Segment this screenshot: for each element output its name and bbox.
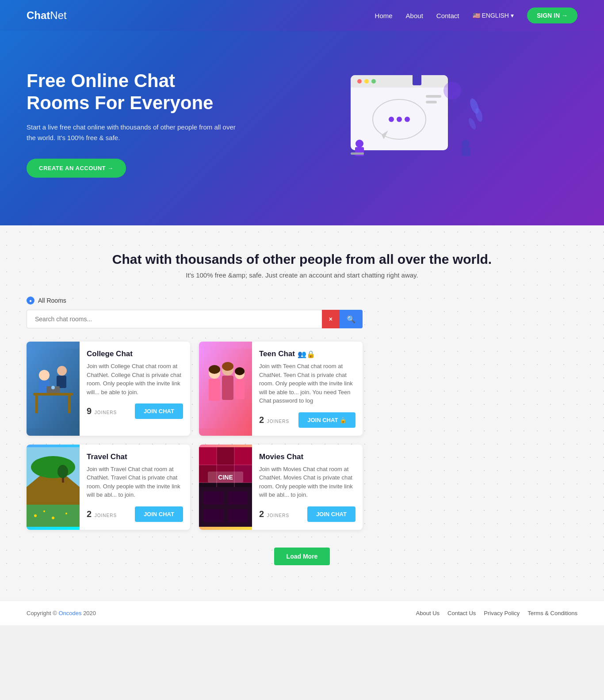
svg-point-52	[43, 510, 45, 512]
room-card-body: College Chat Join with College Chat chat…	[27, 342, 190, 436]
room-image-travel	[27, 445, 80, 530]
svg-rect-40	[235, 379, 245, 399]
svg-rect-71	[228, 491, 248, 505]
svg-rect-18	[351, 152, 364, 155]
room-desc-movies: Join with Movies Chat chat room at ChatN…	[259, 465, 356, 499]
room-desc-teen: Join with Teen Chat chat room at ChatNet…	[259, 362, 356, 405]
logo-bold: Chat	[27, 9, 50, 21]
create-account-button[interactable]: CREATE AN ACCOUNT →	[27, 159, 126, 178]
svg-rect-12	[426, 101, 437, 103]
room-footer-college: 9 JOINERS JOIN CHAT	[87, 403, 183, 419]
svg-point-41	[209, 365, 220, 374]
join-chat-movies-button[interactable]: JOIN CHAT	[307, 506, 356, 522]
svg-point-33	[51, 386, 55, 389]
svg-point-4	[364, 79, 369, 84]
svg-rect-29	[33, 393, 73, 396]
svg-point-27	[57, 366, 67, 376]
svg-point-50	[57, 465, 68, 478]
joiners-travel: 2 JOINERS	[87, 509, 117, 519]
search-button[interactable]: 🔍	[340, 310, 363, 328]
room-footer-teen: 2 JOINERS JOIN CHAT 🔒	[259, 412, 356, 428]
room-card-teen: Teen Chat 👥🔒 Join with Teen Chat chat ro…	[199, 342, 363, 436]
footer-links: About Us Contact Us Privacy Policy Terms…	[416, 610, 577, 616]
logo-light: Net	[50, 9, 66, 21]
room-info-movies: Movies Chat Join with Movies Chat chat r…	[252, 445, 363, 530]
load-more-container: Load More	[27, 548, 577, 565]
join-chat-travel-button[interactable]: JOIN CHAT	[135, 506, 183, 522]
room-title-teen: Teen Chat 👥🔒	[259, 350, 356, 358]
flag-icon: 🇺🇸	[473, 12, 480, 19]
svg-rect-15	[413, 74, 421, 85]
svg-point-23	[467, 117, 478, 130]
svg-rect-30	[35, 396, 38, 413]
load-more-button[interactable]: Load More	[274, 548, 330, 565]
room-card-college: College Chat Join with College Chat chat…	[27, 342, 190, 436]
svg-rect-58	[217, 447, 234, 465]
room-image-teen	[199, 342, 252, 436]
join-chat-teen-button[interactable]: JOIN CHAT 🔒	[298, 412, 356, 428]
all-rooms-text: All Rooms	[38, 297, 66, 304]
room-title-travel: Travel Chat	[87, 453, 183, 461]
room-card-body-travel: Travel Chat Join with Travel Chat chat r…	[27, 445, 190, 530]
chevron-down-icon: ▾	[511, 12, 514, 19]
room-card-body-teen: Teen Chat 👥🔒 Join with Teen Chat chat ro…	[199, 342, 363, 436]
search-input[interactable]	[27, 310, 322, 328]
footer: Copyright © Oncodes 2020 About Us Contac…	[0, 601, 604, 625]
hero-description: Start a live free chat online with thous…	[27, 122, 239, 143]
joiners-movies: 2 JOINERS	[259, 509, 289, 519]
room-info-college: College Chat Join with College Chat chat…	[80, 342, 190, 436]
nav-contact[interactable]: Contact	[436, 12, 459, 19]
svg-point-53	[52, 517, 54, 519]
search-container: × 🔍	[27, 310, 363, 328]
svg-point-9	[405, 117, 410, 122]
nav-about[interactable]: About	[406, 12, 423, 19]
svg-rect-20	[461, 147, 470, 156]
svg-point-5	[371, 79, 376, 84]
svg-rect-72	[203, 509, 223, 522]
sign-in-button[interactable]: SIGN IN →	[527, 8, 577, 23]
language-label: ENGLISH	[482, 12, 509, 19]
rooms-grid: College Chat Join with College Chat chat…	[27, 342, 363, 530]
svg-point-25	[39, 370, 50, 380]
hero-svg-illustration	[324, 62, 492, 186]
room-image-movies: CINE	[199, 445, 252, 530]
all-rooms-label: ● All Rooms	[27, 297, 577, 304]
joiners-teen: 2 JOINERS	[259, 415, 289, 425]
footer-about-us[interactable]: About Us	[416, 610, 440, 616]
room-title-movies: Movies Chat	[259, 453, 356, 461]
section-subtitle: It's 100% free &amp; safe. Just create a…	[27, 271, 577, 279]
hero-illustration	[239, 57, 577, 190]
svg-point-47	[31, 456, 75, 478]
room-title-college: College Chat	[87, 350, 183, 358]
room-image-college	[27, 342, 80, 436]
svg-point-16	[356, 140, 363, 148]
svg-rect-28	[57, 376, 66, 388]
all-rooms-icon: ●	[27, 297, 34, 304]
search-clear-button[interactable]: ×	[322, 310, 340, 328]
svg-text:CINE: CINE	[218, 474, 233, 481]
room-card-movies: CINE Movies Chat Join with Movies Ch	[199, 445, 363, 530]
logo: ChatNet	[27, 9, 375, 22]
main-nav: Home About Contact 🇺🇸 ENGLISH ▾ SIGN IN …	[375, 8, 577, 23]
room-info-travel: Travel Chat Join with Travel Chat chat r…	[80, 445, 190, 530]
room-info-teen: Teen Chat 👥🔒 Join with Teen Chat chat ro…	[252, 342, 363, 436]
svg-rect-36	[209, 379, 220, 401]
section-title: Chat with thousands of other people from…	[27, 252, 577, 267]
join-chat-college-button[interactable]: JOIN CHAT	[135, 403, 183, 419]
header: ChatNet Home About Contact 🇺🇸 ENGLISH ▾ …	[0, 0, 604, 31]
room-footer-movies: 2 JOINERS JOIN CHAT	[259, 506, 356, 522]
language-selector[interactable]: 🇺🇸 ENGLISH ▾	[473, 12, 514, 19]
footer-privacy-policy[interactable]: Privacy Policy	[484, 610, 520, 616]
nav-home[interactable]: Home	[375, 12, 393, 19]
footer-contact-us[interactable]: Contact Us	[447, 610, 476, 616]
svg-point-3	[357, 79, 362, 84]
svg-point-7	[389, 117, 394, 122]
search-icon: 🔍	[347, 316, 356, 323]
svg-rect-11	[426, 95, 441, 98]
hero-section: Free Online Chat Rooms For Everyone Star…	[0, 31, 604, 225]
footer-terms[interactable]: Terms & Conditions	[528, 610, 577, 616]
room-desc-travel: Join with Travel Chat chat room at ChatN…	[87, 465, 183, 499]
svg-point-8	[397, 117, 402, 122]
room-card-body-movies: CINE Movies Chat Join with Movies Ch	[199, 445, 363, 530]
footer-brand-link[interactable]: Oncodes	[58, 610, 81, 616]
